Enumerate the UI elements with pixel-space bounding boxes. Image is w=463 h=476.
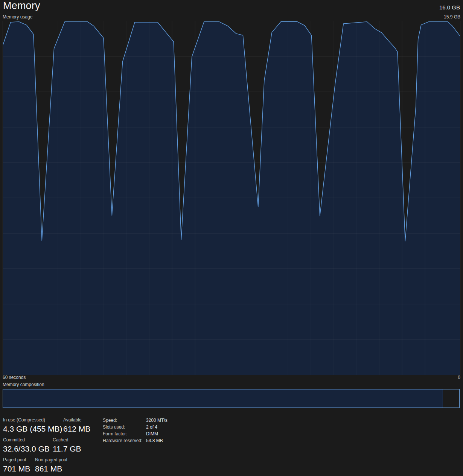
- memory-usage-chart[interactable]: [3, 21, 460, 375]
- memory-composition-bar[interactable]: [3, 389, 460, 408]
- chart-caption-row: Memory usage 15.9 GB: [3, 14, 460, 20]
- x-axis-right-label: 0: [458, 375, 460, 380]
- speed-value: 3200 MT/s: [146, 417, 168, 424]
- composition-segment-standby[interactable]: [126, 389, 443, 408]
- memory-usage-chart-svg: [3, 21, 460, 375]
- detail-speed: Speed: 3200 MT/s: [103, 417, 168, 424]
- hardware-details: Speed: 3200 MT/s Slots used: 2 of 4 Form…: [103, 417, 168, 444]
- page-title: Memory: [3, 0, 40, 12]
- stat-paged-pool: Paged pool 701 MB: [3, 457, 35, 473]
- usage-area: [3, 21, 460, 375]
- chart-x-axis: 60 seconds 0: [3, 375, 460, 380]
- slots-used-value: 2 of 4: [146, 424, 157, 430]
- speed-label: Speed:: [103, 417, 146, 424]
- total-memory-value: 16.0 GB: [439, 4, 460, 11]
- paged-pool-value: 701 MB: [3, 464, 35, 473]
- detail-hardware-reserved: Hardware reserved: 53.8 MB: [103, 437, 168, 444]
- nonpaged-pool-value: 861 MB: [35, 464, 67, 473]
- stat-in-use: In use (Compressed) 4.3 GB (455 MB): [3, 417, 63, 433]
- paged-pool-label: Paged pool: [3, 457, 35, 463]
- slots-used-label: Slots used:: [103, 424, 146, 430]
- memory-usage-label: Memory usage: [3, 14, 32, 20]
- x-axis-left-label: 60 seconds: [3, 375, 26, 380]
- stat-row-1: In use (Compressed) 4.3 GB (455 MB) Avai…: [3, 417, 90, 433]
- available-value: 612 MB: [63, 424, 90, 433]
- stat-row-2: Committed 32.6/33.0 GB Cached 11.7 GB: [3, 437, 90, 453]
- cached-label: Cached: [53, 437, 81, 443]
- stat-available: Available 612 MB: [63, 417, 90, 433]
- committed-label: Committed: [3, 437, 53, 443]
- nonpaged-pool-label: Non-paged pool: [35, 457, 67, 463]
- composition-segment-in-use[interactable]: [3, 389, 126, 408]
- in-use-label: In use (Compressed): [3, 417, 63, 423]
- detail-form-factor: Form factor: DIMM: [103, 430, 168, 437]
- cached-value: 11.7 GB: [53, 444, 81, 453]
- hardware-reserved-label: Hardware reserved:: [103, 437, 146, 444]
- stat-cached: Cached 11.7 GB: [53, 437, 81, 453]
- memory-composition-label: Memory composition: [3, 382, 44, 387]
- form-factor-value: DIMM: [146, 430, 158, 437]
- available-label: Available: [63, 417, 90, 423]
- form-factor-label: Form factor:: [103, 430, 146, 437]
- in-use-value: 4.3 GB (455 MB): [3, 424, 63, 433]
- stat-nonpaged-pool: Non-paged pool 861 MB: [35, 457, 67, 473]
- detail-slots-used: Slots used: 2 of 4: [103, 424, 168, 430]
- hardware-reserved-value: 53.8 MB: [146, 437, 163, 444]
- stat-row-3: Paged pool 701 MB Non-paged pool 861 MB: [3, 457, 90, 473]
- committed-value: 32.6/33.0 GB: [3, 444, 53, 453]
- memory-stats: In use (Compressed) 4.3 GB (455 MB) Avai…: [3, 417, 90, 476]
- chart-max-label: 15.9 GB: [444, 14, 460, 20]
- composition-segment-free[interactable]: [443, 389, 460, 408]
- stat-committed: Committed 32.6/33.0 GB: [3, 437, 53, 453]
